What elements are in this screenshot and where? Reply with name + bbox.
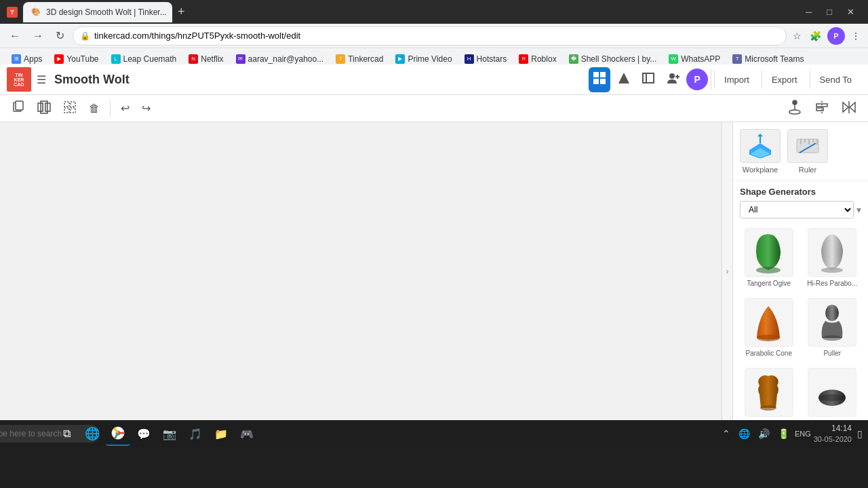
tinkercad-logo: TIN KER CAD	[7, 67, 31, 92]
svg-marker-89	[757, 134, 763, 136]
svg-rect-5	[643, 73, 654, 83]
main-area: FRONT + −	[0, 122, 868, 420]
add-user-button[interactable]	[662, 67, 684, 92]
tc-project-title[interactable]: Smooth Wolt	[54, 73, 130, 87]
taskbar-system-tray: ⌃ 🌐 🔊 🔋 ENG 14:14 30-05-2020 ▯	[719, 423, 865, 445]
redo-button[interactable]: ↪	[137, 98, 155, 118]
chrome-taskbar-icon[interactable]	[106, 421, 130, 446]
tinkercad-app: TIN KER CAD ☰ Smooth Wolt P Import Expor…	[0, 64, 868, 420]
maximize-button[interactable]: □	[820, 4, 839, 20]
group-button[interactable]	[33, 97, 56, 120]
bookmark-7[interactable]: HHotstars	[460, 52, 512, 66]
parabolic-cone-item[interactable]: Parabolic Cone	[740, 295, 798, 360]
shape-filter-select[interactable]: All	[740, 201, 854, 219]
forward-button[interactable]: →	[28, 27, 47, 45]
panel-tools-row: Workplane Ruler	[733, 122, 868, 181]
extensions-button[interactable]: 🧩	[808, 29, 823, 43]
bookmark-11[interactable]: TMicrosoft Teams	[728, 52, 808, 66]
spotify-taskbar-icon[interactable]: 🎵	[183, 421, 208, 446]
show-desktop-icon[interactable]: ▯	[854, 426, 865, 442]
grid-view-button[interactable]	[589, 67, 610, 92]
address-bar-row: ← → ↻ 🔒 tinkercad.com/things/hnzPUT5Pyxk…	[0, 24, 868, 48]
svg-rect-11	[16, 101, 23, 110]
battery-icon[interactable]: 🔋	[775, 426, 792, 442]
delete-button[interactable]: 🗑	[84, 99, 104, 118]
bookmark-4[interactable]: ✉aarav_nair@yahoo...	[231, 52, 329, 66]
bookmark-2[interactable]: LLeap Cuemath	[106, 52, 182, 66]
url-text: tinkercad.com/things/hnzPUT5Pyxk-smooth-…	[94, 31, 300, 41]
import-button[interactable]: Import	[714, 71, 759, 89]
close-button[interactable]: ✕	[840, 4, 861, 20]
task-view-button[interactable]: ⧉	[54, 421, 79, 446]
reload-button[interactable]: ↻	[52, 26, 68, 45]
bookmark-6[interactable]: ▶Prime Video	[391, 52, 456, 66]
meet-taskbar-icon[interactable]: 📷	[157, 421, 182, 446]
sound-icon[interactable]: 🔊	[755, 426, 772, 442]
profile-button[interactable]: P	[827, 27, 845, 45]
ruler-icon	[787, 129, 828, 163]
search-taskbar-button[interactable]	[28, 421, 53, 446]
bookmark-5[interactable]: TTinkercad	[331, 52, 388, 66]
export-button[interactable]: Export	[762, 71, 807, 89]
roblox-taskbar-icon[interactable]: 🎮	[235, 421, 259, 446]
panel-collapse-handle[interactable]: ›	[722, 122, 732, 420]
ungroup-button[interactable]	[58, 97, 81, 120]
puller-item[interactable]: Puller	[804, 295, 862, 360]
network-icon[interactable]: 🌐	[736, 426, 753, 442]
back-button[interactable]: ←	[5, 27, 24, 45]
metacapsule-item[interactable]: MetaCapsule	[804, 365, 862, 420]
bookmark-9[interactable]: �Shell Shockers | by...	[564, 52, 662, 66]
align-buttons	[783, 96, 861, 121]
wavy-topped-item[interactable]: wavy-topped ...	[740, 365, 798, 420]
svg-point-19	[789, 110, 800, 114]
svg-rect-90	[797, 139, 818, 153]
list-view-button[interactable]	[637, 67, 659, 92]
parabolic-cone-preview	[745, 298, 793, 347]
edge-taskbar-icon[interactable]: 🌐	[80, 421, 104, 446]
bookmark-0[interactable]: ⊞Apps	[7, 52, 47, 66]
bookmark-8[interactable]: RRoblox	[514, 52, 561, 66]
hi-res-parabo-label: Hi-Res Parabo...	[807, 280, 857, 287]
active-tab[interactable]: 🎨 3D design Smooth Wolt | Tinker... ×	[23, 2, 172, 22]
shape-view-button[interactable]	[613, 67, 635, 92]
tray-expand-icon[interactable]: ⌃	[719, 426, 733, 442]
teams-taskbar-icon[interactable]: 💬	[132, 421, 156, 446]
system-clock[interactable]: 14:14 30-05-2020	[814, 423, 852, 445]
mirror-button[interactable]	[837, 96, 861, 121]
bookmark-10[interactable]: WWhatsAPP	[664, 52, 725, 66]
svg-marker-25	[843, 102, 848, 112]
svg-rect-2	[593, 79, 599, 84]
address-bar[interactable]: 🔒 tinkercad.com/things/hnzPUT5Pyxk-smoot…	[73, 26, 787, 45]
tangent-ogive-item[interactable]: Tangent Ogive	[740, 225, 798, 290]
user-avatar[interactable]: P	[686, 69, 708, 90]
ruler-label: Ruler	[799, 166, 816, 174]
menu-button[interactable]: ⋮	[849, 29, 863, 43]
svg-rect-0	[593, 72, 599, 77]
workplane-tool[interactable]: Workplane	[740, 129, 781, 174]
workplane-icon	[740, 129, 781, 163]
right-panel: Workplane Ruler	[732, 122, 868, 420]
svg-rect-1	[600, 72, 606, 77]
send-to-button[interactable]: Send To	[810, 71, 861, 89]
minimize-button[interactable]: ─	[799, 4, 818, 20]
browser-favicon: T	[7, 7, 18, 18]
ruler-tool[interactable]: Ruler	[787, 129, 828, 174]
folder-taskbar-icon[interactable]: 📁	[209, 421, 233, 446]
tc-menu-icon[interactable]: ☰	[37, 73, 46, 86]
place-workplane-button[interactable]	[783, 96, 807, 121]
svg-point-7	[669, 73, 675, 79]
new-tab-button[interactable]: +	[172, 2, 191, 22]
svg-rect-18	[71, 108, 75, 113]
header-divider	[711, 69, 711, 90]
bookmark-3[interactable]: NNetflix	[184, 52, 228, 66]
hi-res-parabo-item[interactable]: Hi-Res Parabo...	[804, 225, 862, 290]
shapes-grid: Tangent Ogive	[740, 225, 861, 420]
svg-rect-16	[71, 102, 75, 107]
bookmark-1[interactable]: ▶YouTube	[50, 52, 103, 66]
align-button[interactable]	[810, 96, 834, 121]
svg-rect-17	[64, 108, 69, 113]
undo-button[interactable]: ↩	[116, 98, 134, 118]
svg-point-97	[821, 267, 843, 273]
bookmark-star-button[interactable]: ☆	[791, 29, 804, 43]
copy-button[interactable]	[7, 97, 30, 120]
